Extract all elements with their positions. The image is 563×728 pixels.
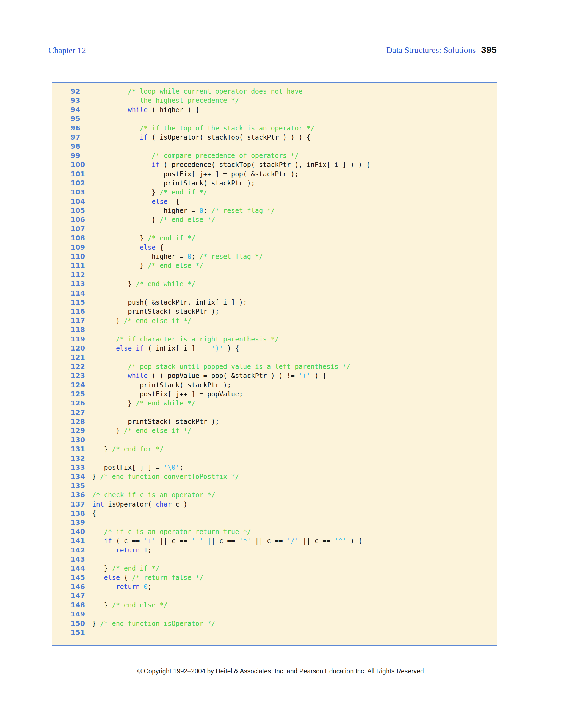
code-segment: /* if c is an operator return true */	[104, 528, 251, 536]
code-line: 123 while ( ( popValue = pop( &stackPtr …	[52, 371, 497, 380]
code-segment: higher =	[92, 207, 199, 215]
code-segment: /* if the top of the stack is an operato…	[140, 124, 315, 132]
code-line: 120 else if ( inFix[ i ] == ')' ) {	[52, 344, 497, 353]
code-line: 147	[52, 591, 497, 600]
code-line: 122 /* pop stack until popped value is a…	[52, 362, 497, 371]
line-number: 128	[71, 417, 92, 426]
code-line: 118	[52, 325, 497, 334]
code-line: 131 } /* end for */	[52, 444, 497, 454]
line-number: 111	[71, 261, 92, 270]
code-text: } /* end else */	[92, 216, 215, 224]
code-line: 114	[52, 289, 497, 298]
code-segment	[92, 161, 152, 169]
code-segment: /* reset flag */	[211, 207, 275, 215]
line-number: 138	[71, 509, 92, 518]
code-line: 105 higher = 0; /* reset flag */	[52, 206, 497, 215]
code-text: else {	[92, 198, 179, 205]
code-segment: /* end while */	[136, 399, 195, 407]
code-segment: postFix[ j++ ] = pop( &stackPtr );	[92, 170, 299, 178]
code-text: {	[92, 510, 96, 517]
code-segment	[92, 198, 152, 205]
line-number: 97	[71, 133, 92, 142]
line-number: 93	[71, 96, 92, 105]
line-number: 142	[71, 546, 92, 555]
code-text: /* loop while current operator does not …	[92, 88, 303, 95]
code-text: the highest precedence */	[92, 97, 239, 104]
code-text: higher = 0; /* reset flag */	[92, 207, 275, 215]
code-segment: isOperator(	[104, 501, 156, 508]
header-right: Data Structures: Solutions 395	[386, 45, 497, 55]
code-segment: /* compare precedence of operators */	[152, 152, 299, 160]
code-text: printStack( stackPtr );	[92, 308, 219, 315]
code-segment: {	[120, 574, 132, 582]
code-line: 113 } /* end while */	[52, 279, 497, 288]
code-text: return 0;	[92, 583, 152, 591]
code-line: 137int isOperator( char c )	[52, 500, 497, 509]
line-number: 95	[71, 114, 92, 123]
line-number: 103	[71, 188, 92, 197]
code-segment: 0	[187, 253, 191, 260]
code-text: } /* end function convertToPostfix */	[92, 473, 239, 480]
line-number: 115	[71, 298, 92, 307]
line-number: 119	[71, 335, 92, 344]
code-text: } /* end for */	[92, 445, 163, 453]
code-segment: {	[168, 198, 179, 205]
code-segment: }	[92, 601, 112, 609]
line-number: 143	[71, 555, 92, 564]
code-segment: '-'	[191, 537, 203, 545]
line-number: 112	[71, 270, 92, 279]
code-line: 139	[52, 518, 497, 527]
code-segment: /* loop while current operator does not …	[128, 88, 303, 95]
code-text: if ( isOperator( stackTop( stackPtr ) ) …	[92, 134, 311, 141]
code-line: 142 return 1;	[52, 546, 497, 555]
code-line: 133 postFix[ j ] = '\0';	[52, 463, 497, 472]
code-segment: }	[92, 565, 112, 572]
code-segment: }	[92, 234, 148, 242]
line-number: 149	[71, 610, 92, 619]
code-text: push( &stackPtr, inFix[ i ] );	[92, 299, 247, 306]
line-number: 117	[71, 316, 92, 325]
code-segment: 0	[144, 583, 148, 591]
line-number: 151	[71, 628, 92, 637]
code-segment: if	[136, 344, 144, 352]
code-segment: '^'	[334, 537, 346, 545]
code-text: /* if the top of the stack is an operato…	[92, 124, 315, 132]
code-segment: printStack( stackPtr );	[92, 179, 255, 187]
code-line: 95	[52, 114, 497, 123]
code-segment: ) {	[347, 537, 362, 545]
code-segment	[92, 344, 116, 352]
code-segment: }	[92, 473, 100, 480]
code-segment	[92, 528, 104, 536]
code-segment: }	[92, 216, 160, 224]
code-line: 135	[52, 481, 497, 490]
line-number: 108	[71, 234, 92, 243]
code-text: postFix[ j++ ] = popValue;	[92, 390, 243, 398]
line-number: 94	[71, 105, 92, 114]
code-segment: ( c ==	[112, 537, 144, 545]
line-number: 129	[71, 426, 92, 435]
code-line: 145 else { /* return false */	[52, 573, 497, 582]
code-segment: || c ==	[203, 537, 239, 545]
code-segment: printStack( stackPtr );	[92, 381, 231, 389]
code-text: while ( ( popValue = pop( &stackPtr ) ) …	[92, 372, 327, 380]
code-line: 119 /* if character is a right parenthes…	[52, 335, 497, 344]
code-line: 93 the highest precedence */	[52, 96, 497, 105]
code-segment: while	[128, 372, 148, 380]
code-segment: }	[92, 445, 112, 453]
code-segment: int	[92, 501, 104, 508]
line-number: 96	[71, 124, 92, 133]
code-segment: /* check if c is an operator */	[92, 491, 215, 499]
code-text: } /* end if */	[92, 188, 207, 196]
line-number: 148	[71, 601, 92, 610]
line-number: 104	[71, 197, 92, 206]
code-segment: ) {	[223, 344, 239, 352]
line-number: 139	[71, 518, 92, 527]
line-number: 106	[71, 215, 92, 224]
code-line: 149	[52, 610, 497, 619]
code-segment: char	[156, 501, 171, 508]
line-number: 121	[71, 353, 92, 362]
code-line: 108 } /* end if */	[52, 234, 497, 243]
code-segment: 0	[199, 207, 203, 215]
code-segment: }	[92, 427, 124, 435]
code-segment: {	[156, 244, 163, 251]
